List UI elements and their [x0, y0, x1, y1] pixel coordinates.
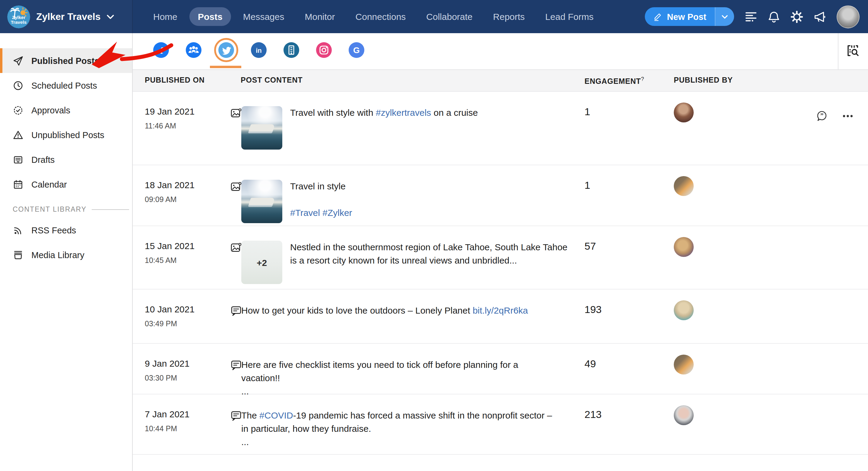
- post-content[interactable]: How to get your kids to love the outdoor…: [241, 304, 555, 317]
- channel-bar: f: [133, 33, 868, 70]
- main-area: f: [133, 33, 868, 471]
- brand-name: Zylker Travels: [36, 11, 101, 22]
- sidebar-item-approvals[interactable]: Approvals: [0, 98, 132, 122]
- brand-logo: Zylker Travels: [7, 5, 30, 28]
- post-thumbnail[interactable]: [241, 106, 282, 150]
- post-date: 7 Jan 2021: [145, 409, 189, 419]
- sidebar-item-rss-feeds[interactable]: RSS Feeds: [0, 218, 132, 243]
- publisher-avatar[interactable]: [674, 102, 694, 122]
- sidebar-item-label: RSS Feeds: [31, 225, 76, 235]
- nav-monitor[interactable]: Monitor: [297, 7, 343, 26]
- sidebar-item-label: Scheduled Posts: [31, 81, 97, 90]
- table-row[interactable]: 18 Jan 2021 09:09 AM Travel in style#Tra…: [133, 165, 868, 226]
- post-link[interactable]: #Travel #Zylker: [290, 208, 352, 218]
- new-post-button[interactable]: New Post: [645, 7, 734, 26]
- user-avatar[interactable]: [837, 5, 860, 28]
- post-content[interactable]: Travel in style#Travel #Zylker: [290, 180, 574, 220]
- selected-channel-underline: [210, 66, 241, 68]
- quote-bubble-icon[interactable]: ”: [815, 110, 828, 122]
- col-published-by: PUBLISHED BY: [674, 76, 733, 85]
- linkedin-icon[interactable]: in: [251, 42, 267, 58]
- svg-text:Travels: Travels: [11, 19, 27, 24]
- table-row[interactable]: 19 Jan 2021 11:46 AM Travel with style w…: [133, 92, 868, 165]
- sidebar-item-scheduled-posts[interactable]: Scheduled Posts: [0, 73, 132, 98]
- svg-text:G: G: [353, 45, 360, 55]
- brand-switcher[interactable]: Zylker Travels Zylker Travels: [0, 0, 133, 33]
- post-link[interactable]: #zylkertravels: [376, 107, 431, 118]
- post-link[interactable]: bit.ly/2qRr6ka: [473, 305, 528, 315]
- linkedin-page-icon[interactable]: [283, 42, 299, 58]
- nav-lead-forms[interactable]: Lead Forms: [537, 7, 602, 26]
- new-post-dropdown[interactable]: [715, 7, 734, 26]
- post-content[interactable]: Travel with style with #zylkertravels on…: [290, 106, 574, 119]
- publisher-avatar[interactable]: [674, 176, 694, 196]
- engagement-help-icon[interactable]: ?: [641, 76, 644, 82]
- nav-posts[interactable]: Posts: [189, 7, 231, 26]
- facebook-icon[interactable]: f: [153, 42, 169, 58]
- publisher-avatar[interactable]: [674, 355, 694, 375]
- instagram-icon[interactable]: [316, 42, 332, 58]
- sidebar-item-published-posts[interactable]: Published Posts: [0, 48, 132, 73]
- clock-icon: [13, 80, 24, 91]
- table-row[interactable]: 9 Jan 2021 03:30 PM Here are five checkl…: [133, 344, 868, 395]
- gear-icon[interactable]: [791, 10, 803, 23]
- facebook-group-icon[interactable]: [186, 42, 202, 58]
- post-thumbnail[interactable]: [241, 180, 282, 223]
- rss-icon: [13, 225, 24, 236]
- engagement-count: 49: [585, 358, 596, 370]
- nav-reports[interactable]: Reports: [485, 7, 533, 26]
- text-post-icon: [230, 410, 242, 421]
- search-posts-icon[interactable]: [845, 43, 860, 58]
- engagement-count: 57: [585, 241, 596, 253]
- post-time: 03:49 PM: [145, 320, 194, 328]
- post-date: 18 Jan 2021: [145, 180, 194, 190]
- engagement-count: 1: [585, 106, 590, 118]
- post-thumbnail-multi[interactable]: +2: [241, 241, 282, 284]
- media-icon: [13, 249, 24, 260]
- megaphone-icon[interactable]: [814, 10, 826, 23]
- publisher-avatar[interactable]: [674, 405, 694, 425]
- svg-text:in: in: [256, 47, 262, 54]
- drafts-icon: [13, 154, 24, 165]
- post-content[interactable]: The #COVID-19 pandemic has forced a mass…: [241, 409, 555, 449]
- engagement-count: 1: [585, 180, 590, 192]
- nav-connections[interactable]: Connections: [347, 7, 414, 26]
- post-content[interactable]: Here are five checklist items you need t…: [241, 358, 555, 398]
- post-date: 15 Jan 2021: [145, 241, 194, 251]
- table-row[interactable]: 7 Jan 2021 10:44 PM The #COVID-19 pandem…: [133, 395, 868, 455]
- post-date: 19 Jan 2021: [145, 106, 194, 116]
- post-content[interactable]: Nestled in the southernmost region of La…: [290, 241, 574, 267]
- twitter-icon[interactable]: [218, 42, 234, 58]
- top-header: Zylker Travels Zylker Travels Home Posts…: [0, 0, 868, 33]
- image-post-icon: [230, 181, 242, 192]
- table-row[interactable]: 15 Jan 2021 10:45 AM +2 Nestled in the s…: [133, 226, 868, 289]
- main-nav: Home Posts Messages Monitor Connections …: [145, 7, 602, 26]
- content-library-section: CONTENT LIBRARY: [13, 206, 132, 213]
- google-my-business-icon[interactable]: G: [349, 42, 364, 58]
- nav-collaborate[interactable]: Collaborate: [418, 7, 481, 26]
- bell-icon[interactable]: [768, 10, 780, 23]
- image-post-icon: [230, 107, 242, 119]
- new-post-main[interactable]: New Post: [645, 7, 715, 26]
- post-time: 03:30 PM: [145, 374, 189, 382]
- nav-home[interactable]: Home: [145, 7, 186, 26]
- published-on-cell: 10 Jan 2021 03:49 PM: [145, 304, 194, 328]
- publisher-avatar[interactable]: [674, 300, 694, 320]
- section-label: CONTENT LIBRARY: [13, 206, 87, 213]
- publisher-avatar[interactable]: [674, 237, 694, 257]
- section-rule: [91, 209, 129, 210]
- more-options-icon[interactable]: [841, 110, 854, 122]
- sidebar-item-drafts[interactable]: Drafts: [0, 147, 132, 172]
- published-on-cell: 19 Jan 2021 11:46 AM: [145, 106, 194, 130]
- svg-text:”: ”: [820, 112, 824, 119]
- brand-chevron-down-icon[interactable]: [107, 13, 114, 20]
- table-row[interactable]: 10 Jan 2021 03:49 PM How to get your kid…: [133, 289, 868, 344]
- sidebar-item-unpublished-posts[interactable]: Unpublished Posts: [0, 122, 132, 147]
- published-on-cell: 9 Jan 2021 03:30 PM: [145, 358, 189, 382]
- nav-messages[interactable]: Messages: [235, 7, 293, 26]
- post-time: 09:09 AM: [145, 195, 194, 204]
- feed-icon[interactable]: [745, 10, 757, 23]
- sidebar-item-calendar[interactable]: Calendar: [0, 172, 132, 197]
- sidebar-item-media-library[interactable]: Media Library: [0, 243, 132, 267]
- post-link[interactable]: #COVID: [259, 410, 293, 420]
